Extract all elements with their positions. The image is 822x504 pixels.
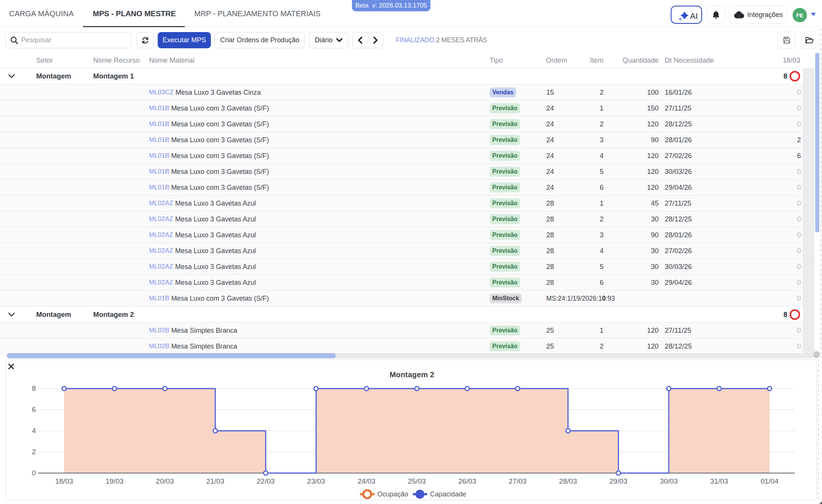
svg-text:0: 0 — [32, 469, 36, 477]
svg-text:27/03: 27/03 — [509, 477, 527, 485]
svg-text:8: 8 — [32, 384, 36, 392]
svg-text:6: 6 — [32, 406, 36, 413]
svg-text:Capacidade: Capacidade — [430, 490, 466, 498]
svg-text:20/03: 20/03 — [156, 477, 174, 485]
svg-text:29/03: 29/03 — [610, 477, 628, 485]
svg-text:2: 2 — [32, 448, 36, 456]
svg-text:25/03: 25/03 — [408, 477, 426, 485]
svg-text:30/03: 30/03 — [660, 477, 678, 485]
svg-text:19/03: 19/03 — [106, 477, 124, 485]
svg-text:31/03: 31/03 — [710, 477, 728, 485]
svg-text:01/04: 01/04 — [761, 477, 779, 485]
svg-text:26/03: 26/03 — [458, 477, 476, 485]
svg-text:24/03: 24/03 — [358, 477, 376, 485]
svg-text:23/03: 23/03 — [307, 477, 325, 485]
svg-text:18/03: 18/03 — [55, 477, 73, 485]
svg-text:21/03: 21/03 — [206, 477, 224, 485]
svg-text:28/03: 28/03 — [559, 477, 577, 485]
svg-text:22/03: 22/03 — [257, 477, 275, 485]
svg-text:4: 4 — [32, 427, 36, 435]
svg-text:Ocupação: Ocupação — [377, 490, 408, 498]
